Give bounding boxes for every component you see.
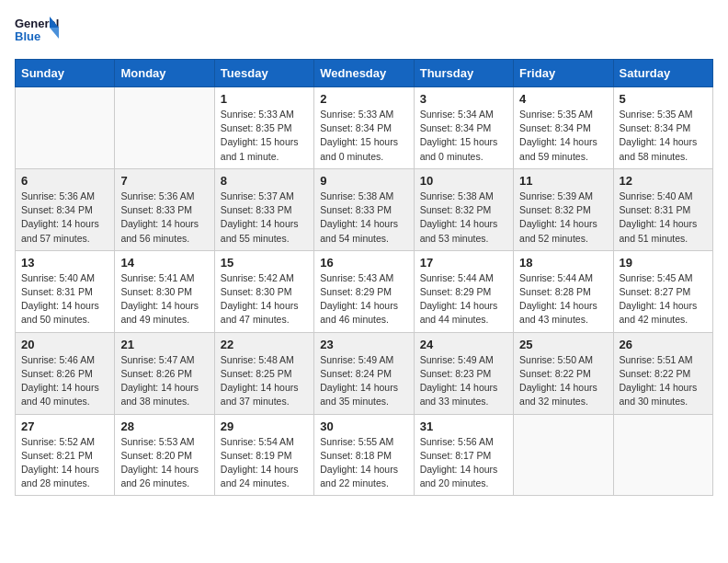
day-info: Sunrise: 5:38 AMSunset: 8:33 PMDaylight:… [320, 190, 407, 246]
day-number: 12 [620, 174, 707, 188]
calendar-cell: 17Sunrise: 5:44 AMSunset: 8:29 PMDayligh… [414, 250, 513, 332]
day-info: Sunrise: 5:41 AMSunset: 8:30 PMDaylight:… [120, 271, 208, 327]
day-info: Sunrise: 5:53 AMSunset: 8:20 PMDaylight:… [120, 435, 208, 491]
day-info: Sunrise: 5:37 AMSunset: 8:33 PMDaylight:… [221, 190, 308, 246]
day-info: Sunrise: 5:35 AMSunset: 8:34 PMDaylight:… [519, 108, 607, 164]
day-number: 6 [21, 174, 108, 188]
calendar-header-thursday: Thursday [414, 60, 513, 87]
day-number: 25 [519, 338, 607, 351]
day-info: Sunrise: 5:43 AMSunset: 8:29 PMDaylight:… [320, 271, 407, 327]
calendar-cell: 10Sunrise: 5:38 AMSunset: 8:32 PMDayligh… [414, 168, 513, 250]
calendar-cell: 18Sunrise: 5:44 AMSunset: 8:28 PMDayligh… [514, 250, 613, 332]
day-info: Sunrise: 5:49 AMSunset: 8:24 PMDaylight:… [320, 353, 407, 409]
calendar-cell: 11Sunrise: 5:39 AMSunset: 8:32 PMDayligh… [514, 168, 613, 250]
calendar-cell: 31Sunrise: 5:56 AMSunset: 8:17 PMDayligh… [414, 414, 513, 496]
day-info: Sunrise: 5:44 AMSunset: 8:28 PMDaylight:… [519, 271, 607, 327]
day-number: 8 [221, 174, 308, 188]
calendar-header-sunday: Sunday [16, 60, 115, 87]
calendar-cell [16, 87, 115, 169]
day-info: Sunrise: 5:46 AMSunset: 8:26 PMDaylight:… [21, 353, 108, 409]
day-info: Sunrise: 5:38 AMSunset: 8:32 PMDaylight:… [420, 190, 507, 246]
calendar-week-row: 20Sunrise: 5:46 AMSunset: 8:26 PMDayligh… [16, 332, 713, 414]
day-number: 28 [120, 419, 208, 433]
calendar-table: SundayMondayTuesdayWednesdayThursdayFrid… [15, 59, 713, 496]
calendar-cell: 1Sunrise: 5:33 AMSunset: 8:35 PMDaylight… [214, 87, 313, 169]
day-info: Sunrise: 5:34 AMSunset: 8:34 PMDaylight:… [420, 108, 507, 164]
calendar-header-friday: Friday [514, 60, 613, 87]
calendar-cell: 16Sunrise: 5:43 AMSunset: 8:29 PMDayligh… [314, 250, 414, 332]
day-number: 29 [221, 419, 308, 433]
day-info: Sunrise: 5:36 AMSunset: 8:33 PMDaylight:… [120, 190, 208, 246]
day-number: 22 [221, 338, 308, 351]
day-number: 4 [519, 92, 607, 106]
day-number: 18 [519, 256, 607, 270]
calendar-cell [115, 87, 214, 169]
calendar-cell [514, 414, 613, 496]
day-number: 10 [420, 174, 507, 188]
day-info: Sunrise: 5:49 AMSunset: 8:23 PMDaylight:… [420, 353, 507, 409]
calendar-week-row: 13Sunrise: 5:40 AMSunset: 8:31 PMDayligh… [16, 250, 713, 332]
calendar-header-row: SundayMondayTuesdayWednesdayThursdayFrid… [16, 60, 713, 87]
day-number: 17 [420, 256, 507, 270]
calendar-cell: 13Sunrise: 5:40 AMSunset: 8:31 PMDayligh… [16, 250, 115, 332]
calendar-cell: 27Sunrise: 5:52 AMSunset: 8:21 PMDayligh… [16, 414, 115, 496]
day-info: Sunrise: 5:56 AMSunset: 8:17 PMDaylight:… [420, 435, 507, 491]
calendar-cell: 14Sunrise: 5:41 AMSunset: 8:30 PMDayligh… [115, 250, 214, 332]
day-info: Sunrise: 5:40 AMSunset: 8:31 PMDaylight:… [21, 271, 108, 327]
day-number: 24 [420, 338, 507, 351]
day-info: Sunrise: 5:33 AMSunset: 8:35 PMDaylight:… [221, 108, 308, 164]
calendar-week-row: 27Sunrise: 5:52 AMSunset: 8:21 PMDayligh… [16, 414, 713, 496]
calendar-cell: 29Sunrise: 5:54 AMSunset: 8:19 PMDayligh… [214, 414, 313, 496]
day-info: Sunrise: 5:44 AMSunset: 8:29 PMDaylight:… [420, 271, 507, 327]
day-info: Sunrise: 5:42 AMSunset: 8:30 PMDaylight:… [221, 271, 308, 327]
day-info: Sunrise: 5:36 AMSunset: 8:34 PMDaylight:… [21, 190, 108, 246]
calendar-cell: 28Sunrise: 5:53 AMSunset: 8:20 PMDayligh… [115, 414, 214, 496]
day-number: 26 [620, 338, 707, 351]
calendar-cell: 21Sunrise: 5:47 AMSunset: 8:26 PMDayligh… [115, 332, 214, 414]
day-info: Sunrise: 5:39 AMSunset: 8:32 PMDaylight:… [519, 190, 607, 246]
logo-icon: General Blue [15, 15, 59, 48]
day-info: Sunrise: 5:54 AMSunset: 8:19 PMDaylight:… [221, 435, 308, 491]
calendar-cell: 8Sunrise: 5:37 AMSunset: 8:33 PMDaylight… [214, 168, 313, 250]
day-number: 19 [620, 256, 707, 270]
calendar-cell: 19Sunrise: 5:45 AMSunset: 8:27 PMDayligh… [613, 250, 712, 332]
day-number: 31 [420, 419, 507, 433]
calendar-cell [613, 414, 712, 496]
day-number: 11 [519, 174, 607, 188]
day-number: 14 [120, 256, 208, 270]
day-info: Sunrise: 5:40 AMSunset: 8:31 PMDaylight:… [620, 190, 707, 246]
calendar-header-monday: Monday [115, 60, 214, 87]
calendar-cell: 4Sunrise: 5:35 AMSunset: 8:34 PMDaylight… [514, 87, 613, 169]
logo: General Blue [15, 15, 59, 48]
calendar-header-saturday: Saturday [613, 60, 712, 87]
calendar-cell: 15Sunrise: 5:42 AMSunset: 8:30 PMDayligh… [214, 250, 313, 332]
calendar-cell: 26Sunrise: 5:51 AMSunset: 8:22 PMDayligh… [613, 332, 712, 414]
day-number: 20 [21, 338, 108, 351]
calendar-week-row: 6Sunrise: 5:36 AMSunset: 8:34 PMDaylight… [16, 168, 713, 250]
day-number: 2 [320, 92, 407, 106]
day-info: Sunrise: 5:55 AMSunset: 8:18 PMDaylight:… [320, 435, 407, 491]
day-number: 15 [221, 256, 308, 270]
day-number: 30 [320, 419, 407, 433]
calendar-cell: 9Sunrise: 5:38 AMSunset: 8:33 PMDaylight… [314, 168, 414, 250]
calendar-cell: 24Sunrise: 5:49 AMSunset: 8:23 PMDayligh… [414, 332, 513, 414]
day-info: Sunrise: 5:35 AMSunset: 8:34 PMDaylight:… [620, 108, 707, 164]
day-number: 9 [320, 174, 407, 188]
calendar-cell: 2Sunrise: 5:33 AMSunset: 8:34 PMDaylight… [314, 87, 414, 169]
calendar-cell: 20Sunrise: 5:46 AMSunset: 8:26 PMDayligh… [16, 332, 115, 414]
calendar-cell: 7Sunrise: 5:36 AMSunset: 8:33 PMDaylight… [115, 168, 214, 250]
day-number: 3 [420, 92, 507, 106]
calendar-cell: 3Sunrise: 5:34 AMSunset: 8:34 PMDaylight… [414, 87, 513, 169]
svg-marker-3 [50, 28, 59, 39]
day-number: 1 [221, 92, 308, 106]
day-info: Sunrise: 5:33 AMSunset: 8:34 PMDaylight:… [320, 108, 407, 164]
calendar-cell: 6Sunrise: 5:36 AMSunset: 8:34 PMDaylight… [16, 168, 115, 250]
calendar-cell: 23Sunrise: 5:49 AMSunset: 8:24 PMDayligh… [314, 332, 414, 414]
calendar-week-row: 1Sunrise: 5:33 AMSunset: 8:35 PMDaylight… [16, 87, 713, 169]
calendar-cell: 12Sunrise: 5:40 AMSunset: 8:31 PMDayligh… [613, 168, 712, 250]
day-info: Sunrise: 5:45 AMSunset: 8:27 PMDaylight:… [620, 271, 707, 327]
svg-text:Blue: Blue [15, 29, 40, 43]
calendar-cell: 5Sunrise: 5:35 AMSunset: 8:34 PMDaylight… [613, 87, 712, 169]
day-info: Sunrise: 5:52 AMSunset: 8:21 PMDaylight:… [21, 435, 108, 491]
day-number: 23 [320, 338, 407, 351]
